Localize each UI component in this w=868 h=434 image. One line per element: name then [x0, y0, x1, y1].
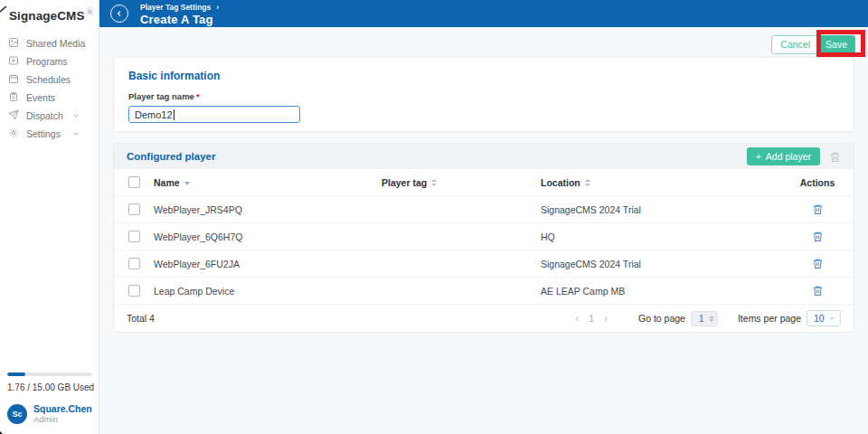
column-label: Player tag: [382, 177, 427, 188]
user-name: Square.Chen: [33, 403, 92, 414]
required-asterisk: *: [196, 91, 200, 101]
sidebar-item-schedules[interactable]: Schedules: [0, 71, 99, 89]
user-role: Admin: [33, 414, 92, 424]
text-cursor: [174, 109, 175, 120]
pager-page-1[interactable]: 1: [589, 313, 594, 324]
table-header-row: Name Player tag Location Actions: [114, 169, 854, 196]
action-toolbar: Cancel Save: [99, 27, 868, 58]
mouse-cursor: [0, 426, 8, 434]
storage-usage: 1.76 / 15.00 GB Used: [7, 373, 92, 392]
chevron-down-icon: [828, 315, 835, 322]
go-to-page-label: Go to page: [638, 313, 685, 324]
table-footer: Total 4 ‹ 1 › Go to page 1 Items per pag…: [114, 305, 854, 332]
back-button[interactable]: [110, 5, 128, 23]
save-button[interactable]: Save: [817, 35, 855, 54]
cell-name: WebPlayer_JRS4PQ: [154, 204, 382, 215]
page-title: Create A Tag: [140, 13, 219, 26]
column-header-actions: Actions: [781, 177, 854, 188]
send-icon: [8, 109, 19, 122]
sidebar-nav: Shared Media Programs Schedules Events D…: [0, 34, 99, 143]
go-to-page-input[interactable]: 1: [691, 311, 718, 326]
cell-name: WebPlayer_6FU2JA: [154, 259, 382, 269]
basic-information-card: Basic information Player tag name* Demo1…: [113, 57, 854, 132]
row-checkbox[interactable]: [128, 285, 140, 297]
sidebar-item-label: Events: [26, 92, 55, 103]
configured-player-card: Configured player + Add player Name Play…: [113, 143, 854, 333]
cell-location: SignageCMS 2024 Trial: [541, 204, 781, 215]
items-per-page-label: Items per page: [738, 313, 801, 324]
breadcrumb-separator-icon: ›: [216, 3, 219, 12]
player-tag-name-input[interactable]: Demo12: [128, 106, 300, 123]
column-label: Name: [154, 177, 180, 188]
delete-row-button[interactable]: [812, 285, 824, 297]
row-checkbox[interactable]: [128, 258, 140, 269]
breadcrumb[interactable]: Player Tag Settings ›: [140, 3, 219, 12]
table-row: WebPlayer_JRS4PQ SignageCMS 2024 Trial: [114, 196, 854, 223]
pager-prev-icon[interactable]: ‹: [575, 314, 579, 323]
sidebar-item-settings[interactable]: Settings: [0, 125, 99, 143]
cell-location: SignageCMS 2024 Trial: [541, 259, 781, 269]
sort-descending-icon: [184, 182, 190, 185]
chevron-down-icon: [72, 130, 90, 137]
items-per-page-select[interactable]: 10: [807, 310, 841, 326]
sidebar-item-dispatch[interactable]: Dispatch: [0, 107, 99, 125]
input-value: Demo12: [135, 109, 173, 120]
breadcrumb-item[interactable]: Player Tag Settings: [140, 3, 211, 12]
column-header-name[interactable]: Name: [154, 177, 382, 188]
delete-row-button[interactable]: [812, 258, 824, 269]
player-tag-name-label: Player tag name*: [128, 91, 839, 101]
clipboard-icon: [8, 91, 19, 104]
sort-icon: [431, 179, 437, 186]
delete-row-button[interactable]: [812, 231, 824, 242]
sidebar-item-shared-media[interactable]: Shared Media: [0, 34, 99, 52]
sidebar-item-events[interactable]: Events: [0, 89, 99, 107]
sidebar-item-label: Schedules: [26, 74, 71, 85]
user-profile[interactable]: Sc Square.Chen Admin: [7, 403, 92, 424]
delete-selected-button[interactable]: [829, 151, 841, 163]
cell-name: WebPlayer_6Q6H7Q: [154, 231, 382, 242]
add-player-label: Add player: [766, 151, 811, 162]
calendar-icon: [8, 73, 19, 86]
chevron-down-icon: [72, 112, 90, 119]
sidebar-item-label: Dispatch: [26, 110, 63, 121]
page-header: Player Tag Settings › Create A Tag: [99, 0, 868, 27]
cell-location: HQ: [541, 231, 781, 242]
storage-bar: [7, 373, 92, 376]
storage-label: 1.76 / 15.00 GB Used: [7, 382, 92, 392]
delete-row-button[interactable]: [812, 203, 824, 215]
table-row: WebPlayer_6Q6H7Q HQ: [114, 223, 854, 250]
section-title-basic-information: Basic information: [128, 70, 839, 82]
column-header-player-tag[interactable]: Player tag: [382, 177, 541, 188]
back-arrow-icon: [115, 5, 124, 22]
column-header-location[interactable]: Location: [541, 177, 781, 188]
go-to-page-value: 1: [699, 314, 704, 324]
table-row: Leap Camp Device AE LEAP Camp MB: [114, 278, 854, 305]
row-checkbox[interactable]: [128, 203, 140, 215]
column-label: Location: [541, 177, 580, 188]
pagination: ‹ 1 ›: [575, 313, 608, 324]
storage-bar-fill: [7, 373, 25, 376]
sidebar-item-label: Shared Media: [26, 38, 85, 49]
cell-location: AE LEAP Camp MB: [541, 286, 781, 297]
number-spinner-icon[interactable]: [709, 316, 714, 322]
sort-icon: [585, 179, 590, 186]
configured-player-header: Configured player + Add player: [114, 144, 854, 169]
column-label: Actions: [800, 177, 835, 188]
cancel-button[interactable]: Cancel: [771, 35, 819, 54]
program-icon: [8, 55, 19, 68]
row-checkbox[interactable]: [128, 231, 140, 242]
items-per-page-value: 10: [814, 313, 825, 324]
sidebar: SignageCMS « Shared Media Programs Sched…: [0, 0, 99, 434]
app-logo: SignageCMS: [9, 9, 85, 23]
sidebar-collapse-icon[interactable]: «: [85, 6, 94, 16]
sidebar-item-label: Programs: [26, 56, 68, 67]
field-label-text: Player tag name: [128, 91, 194, 101]
select-all-checkbox[interactable]: [128, 176, 140, 188]
sidebar-item-programs[interactable]: Programs: [0, 52, 99, 71]
gear-icon: [8, 127, 19, 140]
image-icon: [8, 37, 19, 50]
table-row: WebPlayer_6FU2JA SignageCMS 2024 Trial: [114, 250, 854, 278]
cursor-artifact-top: [0, 0, 7, 16]
add-player-button[interactable]: + Add player: [747, 147, 820, 165]
pager-next-icon[interactable]: ›: [604, 314, 608, 323]
